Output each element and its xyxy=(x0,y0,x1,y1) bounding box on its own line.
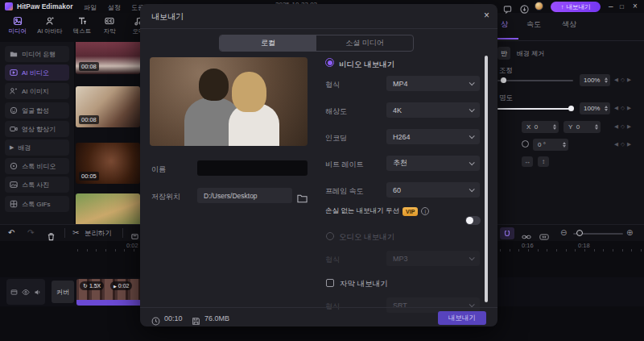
media-thumbnail-dog[interactable] xyxy=(76,193,140,224)
play-icon: ▶ xyxy=(114,284,117,289)
flip-vertical-button[interactable]: ↕ xyxy=(538,156,549,167)
bitrate-select[interactable]: 추천 xyxy=(386,156,480,171)
clip-speed-badge: ↻ 1.5X xyxy=(80,281,104,290)
sidebar-item-media-bank[interactable]: 미디어 은행 xyxy=(5,46,69,62)
visibility-eye-icon[interactable] xyxy=(22,289,30,296)
stepper-icon[interactable] xyxy=(605,77,608,83)
dialog-title: 내보내기 xyxy=(151,11,184,23)
video-export-radio[interactable] xyxy=(325,58,334,67)
name-label: 이름 xyxy=(151,164,166,175)
position-y-input[interactable]: Y 0 xyxy=(564,121,601,133)
chevron-down-icon xyxy=(469,255,475,260)
zoom-out-icon[interactable]: ⊖ xyxy=(560,228,567,237)
avatar-icon xyxy=(45,16,55,26)
sidebar-item-ai-video[interactable]: AI 비디오 xyxy=(5,64,69,81)
scale-value[interactable]: 100% xyxy=(580,74,610,86)
encoding-select[interactable]: H264 xyxy=(386,129,480,144)
titlebar-export-button[interactable]: ↑ 내보내기 xyxy=(551,2,601,12)
info-icon[interactable] xyxy=(421,207,429,215)
audio-format-select: MP3 xyxy=(386,251,480,266)
menu-settings[interactable]: 설정 xyxy=(108,3,121,12)
tab-speed[interactable]: 속도 xyxy=(526,19,541,30)
background-play-icon: ▶ xyxy=(10,144,14,151)
subtab-background-remove[interactable]: 배경 제거 xyxy=(514,47,547,60)
opacity-slider[interactable] xyxy=(497,108,572,110)
tab-ai-avatar[interactable]: AI 아바타 xyxy=(32,16,68,35)
feedback-icon[interactable] xyxy=(503,2,513,11)
stepper-icon[interactable] xyxy=(563,142,566,148)
position-x-input[interactable]: X 0 xyxy=(522,121,559,133)
divider xyxy=(122,228,123,238)
active-tab-underline xyxy=(497,38,518,40)
clip-duration-badge: ▶ 0:02 xyxy=(110,281,132,290)
resolution-select[interactable]: 4K xyxy=(386,102,480,118)
dialog-scrollbar[interactable] xyxy=(485,56,488,302)
lossless-label: 손실 없는 내보내기 우선 xyxy=(325,206,399,216)
preview-figure xyxy=(199,69,229,101)
lossless-toggle[interactable] xyxy=(465,216,481,225)
format-select[interactable]: MP4 xyxy=(386,76,480,91)
menu-file[interactable]: 파일 xyxy=(84,3,97,12)
undo-icon[interactable]: ↶ xyxy=(8,228,14,237)
keyframe-controls[interactable]: ◀◇▶ xyxy=(614,141,634,148)
chevron-down-icon xyxy=(469,80,475,85)
tab-media[interactable]: 미디어 xyxy=(0,16,35,35)
tab-local[interactable]: 로컬 xyxy=(220,35,316,51)
snap-magnet-toggle[interactable] xyxy=(500,227,514,239)
ai-video-icon xyxy=(10,69,18,77)
keyframe-controls[interactable]: ◀◇▶ xyxy=(614,77,634,83)
tab-color[interactable]: 색상 xyxy=(562,19,576,30)
name-input[interactable] xyxy=(197,160,308,176)
tab-social-media[interactable]: 소셜 미디어 xyxy=(316,35,413,51)
sidebar-item-background[interactable]: ▶ 배경 xyxy=(5,139,69,156)
ruler-label: 0:16 xyxy=(522,242,534,249)
timeline-zoom-knob[interactable] xyxy=(576,230,583,236)
scale-slider-knob[interactable] xyxy=(501,77,506,83)
redo-icon[interactable]: ↷ xyxy=(27,228,34,237)
mute-speaker-icon[interactable] xyxy=(34,289,41,296)
encoding-label: 인코딩 xyxy=(325,133,347,143)
rotation-input[interactable]: 0 ° xyxy=(533,139,568,151)
opacity-value[interactable]: 100% xyxy=(580,102,610,114)
subtab-general[interactable]: 반 xyxy=(497,47,510,60)
minimize-button[interactable]: – xyxy=(609,2,613,10)
media-thumbnail-typing[interactable]: 00:08 xyxy=(76,42,140,74)
sidebar-item-stock-photo[interactable]: 스톡 사진 xyxy=(5,177,69,193)
sidebar-item-stock-gifs[interactable]: 스톡 GIFs xyxy=(5,196,69,212)
divider xyxy=(64,228,65,238)
stepper-icon[interactable] xyxy=(553,124,556,130)
dialog-export-button[interactable]: 내보내기 xyxy=(438,311,486,325)
tab-video-properties[interactable]: 상 xyxy=(501,19,508,30)
stepper-icon[interactable] xyxy=(605,106,608,111)
zoom-in-icon[interactable]: ⊕ xyxy=(626,228,633,237)
scale-slider[interactable] xyxy=(497,80,573,81)
scissors-icon[interactable]: ✂ xyxy=(72,228,79,237)
browse-folder-icon[interactable] xyxy=(297,190,308,205)
subtitle-export-checkbox[interactable] xyxy=(326,279,334,287)
keyframe-controls[interactable]: ◀◇▶ xyxy=(614,105,634,111)
media-thumbnail-mic[interactable]: 00:08 xyxy=(76,86,140,127)
keyframe-controls[interactable]: ◀◇▶ xyxy=(614,123,634,130)
audio-export-radio[interactable] xyxy=(326,232,334,240)
media-thumbnail-eating[interactable]: 00:05 xyxy=(76,143,140,184)
save-location-input[interactable]: D:/Users/Desktop xyxy=(197,188,292,203)
download-icon[interactable] xyxy=(520,2,530,11)
sidebar-item-face-swap[interactable]: 얼굴 합성 xyxy=(5,102,69,119)
avatar[interactable] xyxy=(535,2,543,10)
dialog-close-icon[interactable]: × xyxy=(484,10,489,21)
opacity-slider-knob[interactable] xyxy=(568,106,574,111)
sidebar-item-stock-video[interactable]: 스톡 비디오 xyxy=(5,158,69,174)
stepper-icon[interactable] xyxy=(595,124,598,130)
sidebar-item-video-enhancer[interactable]: 영상 향상기 xyxy=(5,121,69,137)
close-window-button[interactable]: × xyxy=(633,2,638,10)
split-button[interactable]: 분리하기 xyxy=(85,229,112,239)
cover-button[interactable]: 커버 xyxy=(52,281,74,303)
track-header xyxy=(6,279,45,305)
media-list: 00:08 00:08 00:05 xyxy=(75,42,141,224)
flip-horizontal-button[interactable]: ↔ xyxy=(522,156,533,167)
main-track-icon[interactable] xyxy=(10,289,18,296)
sidebar-item-ai-image[interactable]: AI 이미지 xyxy=(5,83,69,99)
framerate-select[interactable]: 60 xyxy=(386,182,480,198)
export-dialog: 내보내기 × 로컬 소셜 미디어 이름 저장위치 D:/Users/Deskto… xyxy=(140,4,497,326)
maximize-button[interactable]: □ xyxy=(620,3,624,10)
